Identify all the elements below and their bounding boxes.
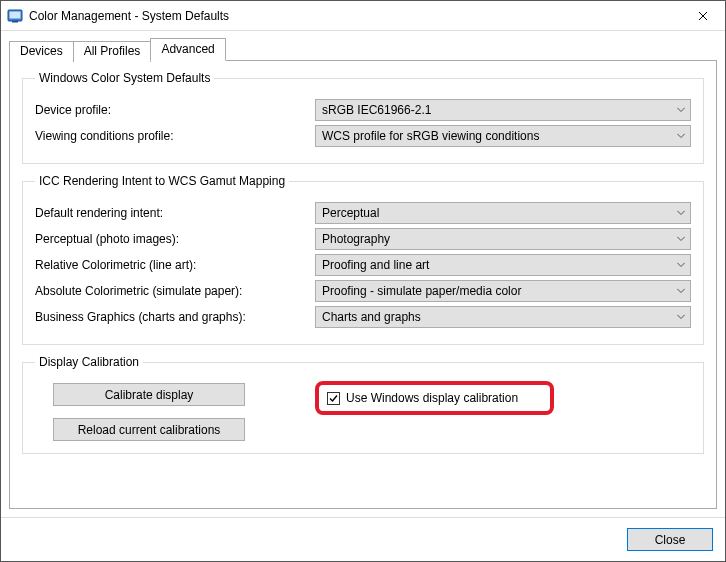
dropdown-default-intent-value: Perceptual bbox=[322, 206, 379, 220]
chevron-down-icon bbox=[677, 289, 685, 294]
use-windows-calibration-label: Use Windows display calibration bbox=[346, 391, 518, 405]
dropdown-relative-value: Proofing and line art bbox=[322, 258, 429, 272]
footer: Close bbox=[1, 517, 725, 561]
window: Color Management - System Defaults Devic… bbox=[0, 0, 726, 562]
tab-devices[interactable]: Devices bbox=[9, 41, 74, 62]
tab-panel-advanced: Windows Color System Defaults Device pro… bbox=[9, 60, 717, 509]
row-default-intent: Default rendering intent: Perceptual bbox=[35, 202, 691, 224]
chevron-down-icon bbox=[677, 237, 685, 242]
app-icon bbox=[7, 8, 23, 24]
svg-rect-2 bbox=[12, 21, 18, 23]
chevron-down-icon bbox=[677, 108, 685, 113]
group-wcs-defaults: Windows Color System Defaults Device pro… bbox=[22, 71, 704, 164]
dropdown-device-profile-value: sRGB IEC61966-2.1 bbox=[322, 103, 431, 117]
dropdown-relative[interactable]: Proofing and line art bbox=[315, 254, 691, 276]
group-icc-mapping-legend: ICC Rendering Intent to WCS Gamut Mappin… bbox=[35, 174, 289, 188]
dropdown-perceptual-value: Photography bbox=[322, 232, 390, 246]
chevron-down-icon bbox=[677, 315, 685, 320]
label-business: Business Graphics (charts and graphs): bbox=[35, 310, 315, 324]
row-viewing-conditions: Viewing conditions profile: WCS profile … bbox=[35, 125, 691, 147]
checkbox-box bbox=[327, 392, 340, 405]
window-title: Color Management - System Defaults bbox=[29, 9, 681, 23]
reload-calibrations-button[interactable]: Reload current calibrations bbox=[53, 418, 245, 441]
svg-rect-1 bbox=[10, 11, 21, 18]
dropdown-viewing-conditions-value: WCS profile for sRGB viewing conditions bbox=[322, 129, 539, 143]
titlebar: Color Management - System Defaults bbox=[1, 1, 725, 31]
chevron-down-icon bbox=[677, 211, 685, 216]
group-display-calibration: Display Calibration Calibrate display Re… bbox=[22, 355, 704, 454]
group-display-calibration-legend: Display Calibration bbox=[35, 355, 143, 369]
chevron-down-icon bbox=[677, 134, 685, 139]
dropdown-absolute[interactable]: Proofing - simulate paper/media color bbox=[315, 280, 691, 302]
dropdown-device-profile[interactable]: sRGB IEC61966-2.1 bbox=[315, 99, 691, 121]
row-absolute: Absolute Colorimetric (simulate paper): … bbox=[35, 280, 691, 302]
row-device-profile: Device profile: sRGB IEC61966-2.1 bbox=[35, 99, 691, 121]
tab-advanced[interactable]: Advanced bbox=[150, 38, 225, 61]
close-window-button[interactable] bbox=[681, 1, 725, 30]
dropdown-business[interactable]: Charts and graphs bbox=[315, 306, 691, 328]
close-button[interactable]: Close bbox=[627, 528, 713, 551]
tab-strip: Devices All Profiles Advanced bbox=[9, 37, 717, 60]
row-relative: Relative Colorimetric (line art): Proofi… bbox=[35, 254, 691, 276]
content-area: Devices All Profiles Advanced Windows Co… bbox=[1, 31, 725, 517]
row-business: Business Graphics (charts and graphs): C… bbox=[35, 306, 691, 328]
dropdown-default-intent[interactable]: Perceptual bbox=[315, 202, 691, 224]
highlight-annotation: Use Windows display calibration bbox=[315, 381, 554, 415]
dropdown-viewing-conditions[interactable]: WCS profile for sRGB viewing conditions bbox=[315, 125, 691, 147]
group-icc-mapping: ICC Rendering Intent to WCS Gamut Mappin… bbox=[22, 174, 704, 345]
label-absolute: Absolute Colorimetric (simulate paper): bbox=[35, 284, 315, 298]
label-perceptual: Perceptual (photo images): bbox=[35, 232, 315, 246]
dropdown-absolute-value: Proofing - simulate paper/media color bbox=[322, 284, 521, 298]
tab-all-profiles[interactable]: All Profiles bbox=[73, 41, 152, 62]
use-windows-calibration-checkbox[interactable]: Use Windows display calibration bbox=[327, 391, 518, 405]
calibrate-display-button[interactable]: Calibrate display bbox=[53, 383, 245, 406]
row-perceptual: Perceptual (photo images): Photography bbox=[35, 228, 691, 250]
chevron-down-icon bbox=[677, 263, 685, 268]
group-wcs-defaults-legend: Windows Color System Defaults bbox=[35, 71, 214, 85]
label-device-profile: Device profile: bbox=[35, 103, 315, 117]
label-viewing-conditions: Viewing conditions profile: bbox=[35, 129, 315, 143]
label-default-intent: Default rendering intent: bbox=[35, 206, 315, 220]
dropdown-business-value: Charts and graphs bbox=[322, 310, 421, 324]
label-relative: Relative Colorimetric (line art): bbox=[35, 258, 315, 272]
dropdown-perceptual[interactable]: Photography bbox=[315, 228, 691, 250]
